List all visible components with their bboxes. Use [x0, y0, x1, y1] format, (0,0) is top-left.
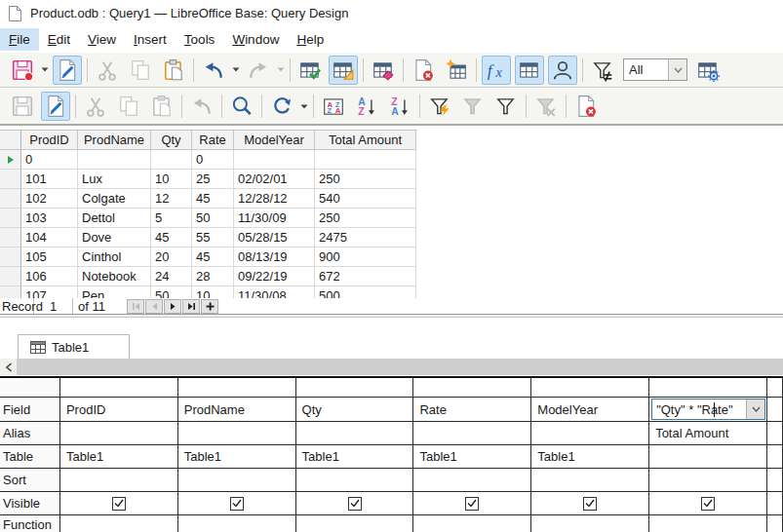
- cell[interactable]: 20: [151, 247, 192, 267]
- visible-checkbox[interactable]: [230, 497, 244, 511]
- design-cell[interactable]: [767, 469, 783, 492]
- cell[interactable]: 0: [192, 150, 234, 170]
- menu-help[interactable]: Help: [288, 28, 333, 51]
- cell[interactable]: 2475: [315, 228, 416, 247]
- pane-splitter[interactable]: [0, 314, 783, 318]
- find-record-button[interactable]: [227, 92, 256, 121]
- cell[interactable]: 45: [192, 247, 234, 267]
- design-cell[interactable]: Table1: [296, 445, 414, 469]
- design-cell[interactable]: [767, 422, 783, 445]
- cell[interactable]: Dove: [78, 228, 151, 247]
- cell[interactable]: [234, 150, 315, 170]
- design-cell[interactable]: [413, 378, 531, 398]
- table-window[interactable]: Table1: [18, 334, 130, 360]
- design-cell[interactable]: [178, 515, 296, 532]
- cell[interactable]: 11/30/08: [234, 286, 315, 298]
- design-cell[interactable]: [531, 515, 649, 532]
- cell[interactable]: 0: [21, 150, 78, 170]
- design-cell[interactable]: [767, 378, 783, 398]
- cell[interactable]: 107: [21, 286, 78, 298]
- field-combo-dropdown[interactable]: [746, 399, 764, 419]
- cell[interactable]: [315, 150, 416, 170]
- cell[interactable]: 12: [151, 189, 192, 209]
- cell[interactable]: 55: [192, 228, 234, 247]
- cell[interactable]: Notebook: [78, 267, 151, 286]
- cell[interactable]: 104: [21, 228, 78, 247]
- cell[interactable]: Cinthol: [78, 247, 151, 267]
- design-cell[interactable]: [413, 492, 531, 515]
- cut-button[interactable]: [81, 92, 110, 121]
- design-cell[interactable]: Table1: [178, 445, 296, 469]
- cell[interactable]: 10: [151, 170, 192, 189]
- cell[interactable]: 45: [192, 189, 234, 209]
- first-record-button[interactable]: [127, 299, 144, 314]
- design-cell[interactable]: ProdID: [60, 398, 178, 422]
- visible-checkbox[interactable]: [583, 497, 597, 511]
- undo-button[interactable]: [199, 56, 228, 85]
- design-cell[interactable]: "Qty" * "Rate": [649, 398, 767, 422]
- design-cell[interactable]: [296, 515, 414, 532]
- cell[interactable]: [78, 150, 151, 170]
- sort-ascending-button[interactable]: AZ: [352, 92, 381, 121]
- design-cell[interactable]: [767, 398, 783, 422]
- paste-button[interactable]: [159, 56, 188, 85]
- copy-button[interactable]: [114, 92, 143, 121]
- design-cell[interactable]: Total Amount: [649, 422, 767, 445]
- cell[interactable]: 106: [21, 267, 78, 286]
- row-header[interactable]: [0, 247, 21, 267]
- limit-combo[interactable]: All: [623, 58, 687, 81]
- design-cell[interactable]: Rate: [413, 398, 531, 422]
- auto-filter-button[interactable]: [425, 92, 454, 121]
- design-cell[interactable]: [531, 492, 649, 515]
- design-cell[interactable]: [60, 515, 178, 532]
- design-view-button[interactable]: [329, 56, 358, 85]
- design-cell[interactable]: [413, 515, 531, 532]
- menu-tools[interactable]: Tools: [176, 28, 224, 51]
- cell[interactable]: 102: [21, 189, 78, 209]
- run-query-button[interactable]: [295, 56, 325, 85]
- functions-button[interactable]: fx: [482, 56, 511, 85]
- next-record-button[interactable]: [164, 299, 181, 314]
- apply-filter-button[interactable]: [458, 92, 488, 121]
- cell[interactable]: 105: [21, 247, 78, 267]
- menu-view[interactable]: View: [79, 28, 125, 51]
- edit-data-button[interactable]: [41, 92, 70, 121]
- cell[interactable]: 900: [315, 247, 416, 267]
- cut-button[interactable]: [93, 56, 122, 85]
- design-cell[interactable]: ProdName: [178, 398, 296, 422]
- sort-descending-button[interactable]: ZA: [385, 92, 414, 121]
- combo-dropdown-button[interactable]: [668, 59, 686, 80]
- design-cell[interactable]: [60, 422, 178, 445]
- design-cell[interactable]: [60, 469, 178, 492]
- copy-button[interactable]: [126, 56, 155, 85]
- design-cell[interactable]: [60, 378, 178, 398]
- cell[interactable]: 5: [151, 209, 192, 228]
- horizontal-scrollbar[interactable]: [0, 359, 783, 375]
- design-cell[interactable]: [178, 492, 296, 515]
- cell[interactable]: 25: [192, 170, 234, 189]
- column-header-prodname[interactable]: ProdName: [78, 131, 151, 150]
- cell[interactable]: Colgate: [78, 189, 151, 209]
- design-cell[interactable]: [178, 422, 296, 445]
- cell[interactable]: 672: [315, 267, 416, 286]
- cell[interactable]: 540: [315, 189, 416, 209]
- save-button[interactable]: [8, 56, 37, 85]
- row-header[interactable]: [0, 170, 21, 189]
- visible-checkbox[interactable]: [701, 497, 715, 511]
- undo-dropdown[interactable]: [230, 57, 241, 84]
- cell[interactable]: [151, 150, 192, 170]
- design-cell[interactable]: [649, 492, 767, 515]
- design-cell[interactable]: [767, 492, 783, 515]
- row-header[interactable]: [0, 286, 21, 298]
- cell[interactable]: 250: [315, 209, 416, 228]
- design-cell[interactable]: [178, 378, 296, 398]
- design-cell[interactable]: Table1: [531, 445, 649, 469]
- previous-record-button[interactable]: [145, 299, 163, 314]
- clear-query-button[interactable]: [369, 56, 398, 85]
- cancel-document-button[interactable]: [571, 92, 601, 121]
- cell[interactable]: 05/28/15: [234, 228, 315, 247]
- add-table-button[interactable]: [442, 56, 471, 85]
- design-cell[interactable]: [413, 422, 531, 445]
- design-cell[interactable]: [531, 469, 649, 492]
- design-cell[interactable]: [767, 445, 783, 469]
